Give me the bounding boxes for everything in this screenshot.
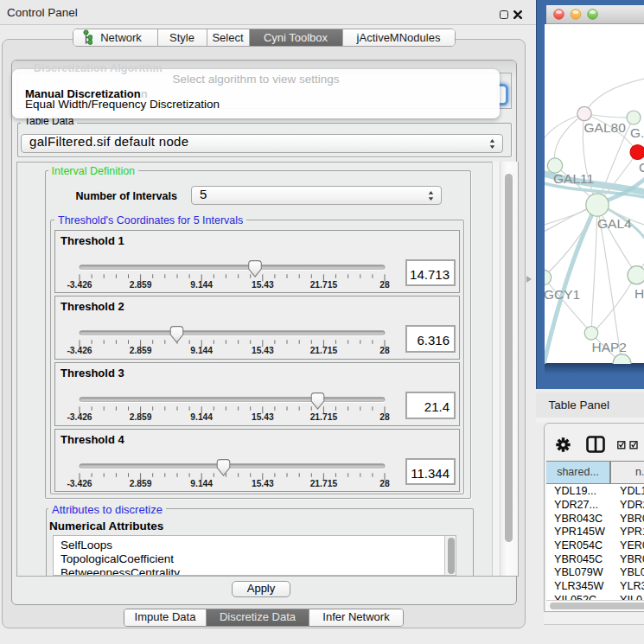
svg-text:15.43: 15.43: [252, 412, 274, 422]
svg-text:GAL80: GAL80: [584, 119, 627, 134]
svg-text:21.715: 21.715: [310, 346, 338, 355]
svg-text:15.43: 15.43: [252, 280, 274, 290]
svg-text:28: 28: [379, 412, 390, 422]
svg-text:15.43: 15.43: [252, 346, 274, 355]
svg-text:28: 28: [379, 280, 390, 290]
svg-text:-3.426: -3.426: [67, 280, 92, 290]
svg-text:2.859: 2.859: [130, 412, 152, 422]
svg-text:GAL11: GAL11: [553, 171, 594, 186]
svg-text:HAP2: HAP2: [592, 340, 628, 354]
svg-text:9.144: 9.144: [190, 280, 213, 290]
svg-text:C: C: [639, 159, 644, 174]
svg-text:9.144: 9.144: [190, 412, 213, 422]
svg-text:GCY1: GCY1: [545, 286, 580, 301]
svg-text:21.715: 21.715: [310, 479, 338, 488]
svg-text:15.43: 15.43: [252, 479, 274, 488]
svg-text:G.: G.: [630, 124, 644, 139]
svg-text:28: 28: [379, 346, 390, 355]
svg-text:21.715: 21.715: [310, 280, 338, 290]
svg-text:-3.426: -3.426: [67, 479, 92, 488]
svg-text:-3.426: -3.426: [67, 346, 92, 355]
svg-text:21.715: 21.715: [310, 412, 338, 422]
svg-text:28: 28: [379, 479, 390, 488]
svg-text:-3.426: -3.426: [67, 412, 92, 422]
svg-text:2.859: 2.859: [130, 346, 152, 355]
svg-text:2.859: 2.859: [130, 280, 152, 290]
svg-text:2.859: 2.859: [130, 479, 152, 488]
svg-text:9.144: 9.144: [190, 479, 213, 488]
svg-text:H: H: [634, 285, 644, 300]
svg-text:GAL4: GAL4: [597, 216, 632, 231]
svg-text:9.144: 9.144: [190, 346, 213, 355]
